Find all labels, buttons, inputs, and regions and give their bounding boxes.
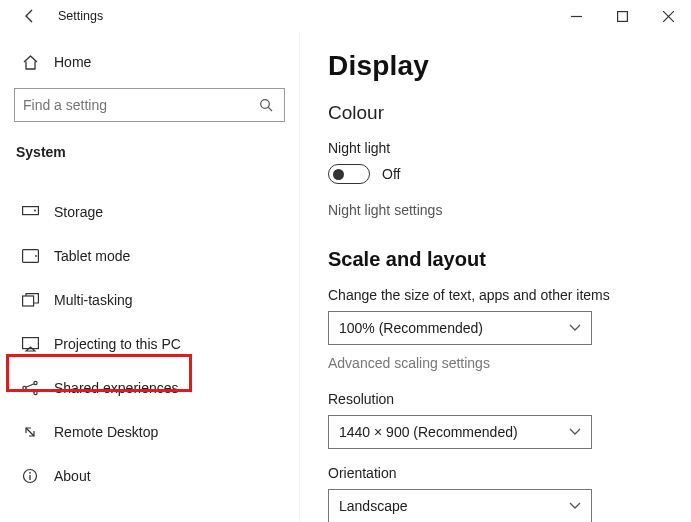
back-button[interactable] [18, 4, 42, 28]
maximize-icon [617, 11, 628, 22]
about-icon [20, 466, 40, 486]
orientation-value: Landscape [339, 498, 408, 514]
home-icon [20, 52, 40, 72]
svg-line-5 [268, 107, 272, 111]
svg-rect-1 [617, 11, 627, 21]
projecting-icon [20, 334, 40, 354]
night-light-state: Off [382, 166, 400, 182]
chevron-down-icon [569, 428, 581, 436]
scale-text-label: Change the size of text, apps and other … [328, 287, 691, 303]
sidebar-section-header: System [16, 144, 285, 160]
arrow-left-icon [22, 8, 38, 24]
remote-desktop-icon [20, 422, 40, 442]
svg-point-19 [29, 472, 31, 474]
search-box[interactable] [14, 88, 285, 122]
sidebar-item-multitasking[interactable]: Multi-tasking [14, 278, 285, 322]
sidebar-item-label: Storage [54, 204, 103, 220]
svg-point-9 [35, 255, 37, 257]
maximize-button[interactable] [599, 0, 645, 32]
sidebar-item-tablet-mode[interactable]: Tablet mode [14, 234, 285, 278]
svg-point-16 [34, 391, 37, 394]
minimize-icon [571, 11, 582, 22]
sidebar-item-label: Multi-tasking [54, 292, 133, 308]
resolution-label: Resolution [328, 391, 691, 407]
multitasking-icon [20, 290, 40, 310]
scale-value: 100% (Recommended) [339, 320, 483, 336]
advanced-scaling-link[interactable]: Advanced scaling settings [328, 355, 691, 371]
tablet-icon [20, 246, 40, 266]
svg-rect-10 [22, 296, 33, 306]
sidebar-item-storage[interactable]: Storage [14, 190, 285, 234]
svg-point-7 [34, 210, 36, 212]
resolution-select[interactable]: 1440 × 900 (Recommended) [328, 415, 592, 449]
window-title: Settings [58, 9, 103, 23]
orientation-select[interactable]: Landscape [328, 489, 592, 522]
sidebar-item-label: Tablet mode [54, 248, 130, 264]
close-icon [663, 11, 674, 22]
orientation-label: Orientation [328, 465, 691, 481]
minimize-button[interactable] [553, 0, 599, 32]
home-label: Home [54, 54, 91, 70]
sidebar-item-about[interactable]: About [14, 454, 285, 498]
svg-point-15 [34, 381, 37, 384]
toggle-knob [333, 169, 344, 180]
page-title: Display [328, 50, 691, 82]
chevron-down-icon [569, 502, 581, 510]
scale-select[interactable]: 100% (Recommended) [328, 311, 592, 345]
night-light-settings-link[interactable]: Night light settings [328, 202, 691, 218]
svg-point-14 [23, 386, 26, 389]
sidebar-item-label: Projecting to this PC [54, 336, 181, 352]
svg-point-4 [260, 99, 269, 108]
sidebar-item-label: Shared experiences [54, 380, 179, 396]
sidebar-item-shared-experiences[interactable]: Shared experiences [14, 366, 285, 410]
sidebar-item-label: About [54, 468, 91, 484]
night-light-label: Night light [328, 140, 691, 156]
svg-line-17 [26, 428, 34, 436]
close-button[interactable] [645, 0, 691, 32]
sidebar-item-label: Remote Desktop [54, 424, 158, 440]
shared-icon [20, 378, 40, 398]
resolution-value: 1440 × 900 (Recommended) [339, 424, 518, 440]
colour-heading: Colour [328, 102, 691, 124]
storage-icon [20, 202, 40, 222]
svg-rect-6 [22, 207, 38, 215]
chevron-down-icon [569, 324, 581, 332]
sidebar-item-projecting[interactable]: Projecting to this PC [14, 322, 285, 366]
home-nav[interactable]: Home [14, 42, 285, 82]
scale-layout-heading: Scale and layout [328, 248, 691, 271]
search-icon [256, 95, 276, 115]
night-light-toggle[interactable] [328, 164, 370, 184]
sidebar-item-remote-desktop[interactable]: Remote Desktop [14, 410, 285, 454]
search-input[interactable] [23, 97, 248, 113]
